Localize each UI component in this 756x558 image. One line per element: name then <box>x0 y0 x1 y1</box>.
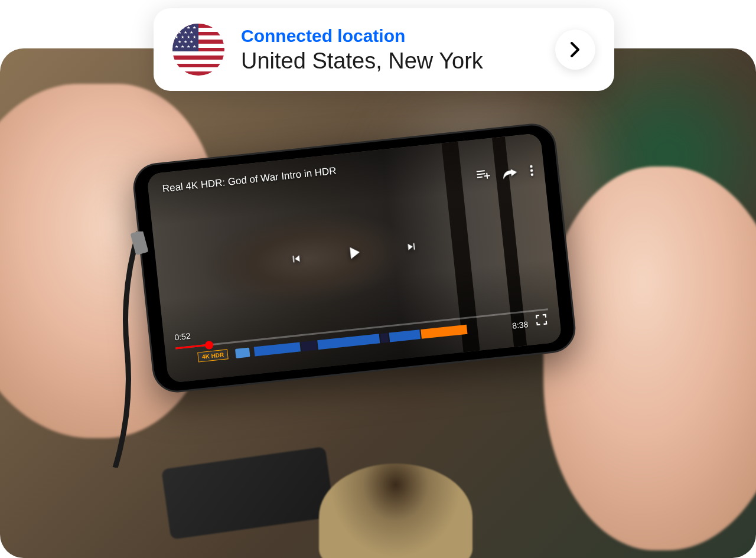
location-value: United States, New York <box>241 48 539 74</box>
svg-point-6 <box>530 169 533 172</box>
skip-next-icon[interactable] <box>404 240 419 256</box>
chevron-right-button[interactable] <box>555 30 595 70</box>
svg-rect-1 <box>477 173 485 175</box>
share-icon[interactable] <box>502 166 517 182</box>
cup <box>319 464 472 558</box>
current-time: 0:52 <box>174 331 191 342</box>
us-flag-icon: ★ ★ ★ ★ ★ ★ ★ ★ ★ ★ ★ ★ ★ ★ ★ ★ ★ ★ <box>172 24 224 76</box>
skip-previous-icon[interactable] <box>289 252 304 268</box>
play-icon[interactable] <box>343 242 365 266</box>
location-card[interactable]: ★ ★ ★ ★ ★ ★ ★ ★ ★ ★ ★ ★ ★ ★ ★ ★ ★ ★ Conn… <box>154 8 614 91</box>
hand-right <box>543 167 756 550</box>
wallet <box>161 446 335 540</box>
cc-badge[interactable] <box>235 347 250 358</box>
svg-rect-0 <box>477 170 485 172</box>
phone-device: Real 4K HDR: God of War Intro in HDR <box>131 121 578 394</box>
svg-point-5 <box>530 165 533 168</box>
fullscreen-icon[interactable] <box>536 314 548 328</box>
playlist-add-icon[interactable] <box>477 169 491 184</box>
location-label: Connected location <box>241 26 539 46</box>
total-time: 8:38 <box>511 319 529 331</box>
chevron-right-icon <box>571 42 580 57</box>
svg-point-7 <box>530 173 533 176</box>
background-photo: Real 4K HDR: God of War Intro in HDR <box>0 48 756 558</box>
phone-screen: Real 4K HDR: God of War Intro in HDR <box>146 133 562 383</box>
svg-rect-2 <box>477 177 483 178</box>
quality-badge: 4K HDR <box>197 349 229 362</box>
